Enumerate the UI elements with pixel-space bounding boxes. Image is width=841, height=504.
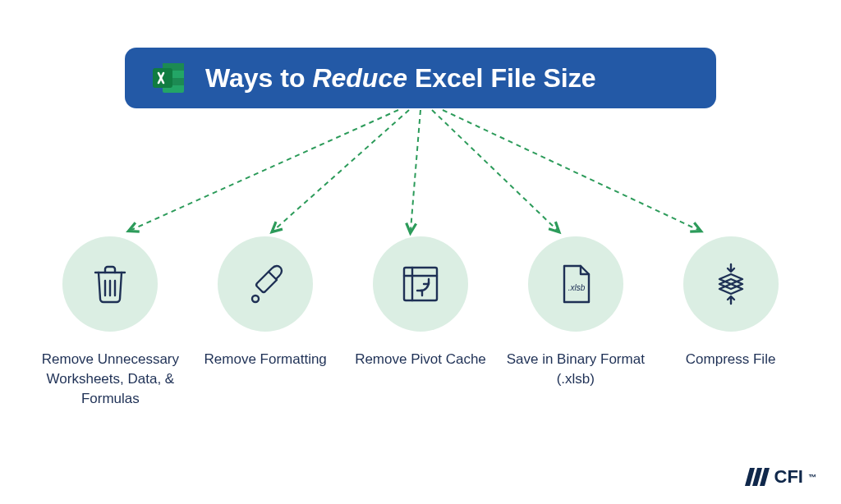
- title-suffix: Excel File Size: [407, 63, 595, 93]
- svg-point-4: [252, 296, 259, 302]
- arrow-group: [0, 108, 841, 240]
- cfi-text: CFI: [774, 466, 803, 488]
- svg-rect-3: [153, 68, 172, 88]
- method-label: Remove Unnecessary Worksheets, Data, & F…: [37, 350, 183, 408]
- method-compress-file: Compress File: [658, 236, 804, 408]
- dropper-icon: [242, 261, 288, 307]
- method-save-binary: .xlsb Save in Binary Format (.xlsb): [503, 236, 649, 408]
- circle-bg: [683, 236, 779, 332]
- cfi-tm: ™: [808, 473, 816, 482]
- circle-bg: [218, 236, 313, 332]
- compress-icon: [708, 261, 754, 307]
- method-label: Save in Binary Format (.xlsb): [503, 350, 649, 389]
- title-prefix: Ways to: [205, 63, 312, 93]
- page-title: Ways to Reduce Excel File Size: [205, 63, 595, 94]
- pivot-icon: [398, 261, 443, 307]
- method-label: Remove Pivot Cache: [355, 350, 486, 369]
- trash-icon: [87, 261, 133, 307]
- circle-bg: [373, 236, 468, 332]
- method-label: Compress File: [686, 350, 776, 369]
- cfi-logo: CFI ™: [745, 466, 816, 488]
- method-remove-pivot-cache: Remove Pivot Cache: [347, 236, 494, 408]
- circle-bg: [62, 236, 158, 332]
- method-remove-formatting: Remove Formatting: [192, 236, 338, 408]
- methods-row: Remove Unnecessary Worksheets, Data, & F…: [0, 236, 841, 408]
- title-emphasis: Reduce: [312, 63, 407, 93]
- excel-icon: [151, 60, 187, 96]
- file-icon: .xlsb: [553, 261, 599, 307]
- method-remove-worksheets: Remove Unnecessary Worksheets, Data, & F…: [37, 236, 183, 408]
- svg-rect-5: [404, 268, 437, 300]
- circle-bg: .xlsb: [528, 236, 623, 332]
- cfi-bars-icon: [745, 468, 770, 486]
- file-ext-text: .xlsb: [568, 283, 586, 292]
- method-label: Remove Formatting: [205, 350, 327, 369]
- title-bar: Ways to Reduce Excel File Size: [125, 48, 716, 108]
